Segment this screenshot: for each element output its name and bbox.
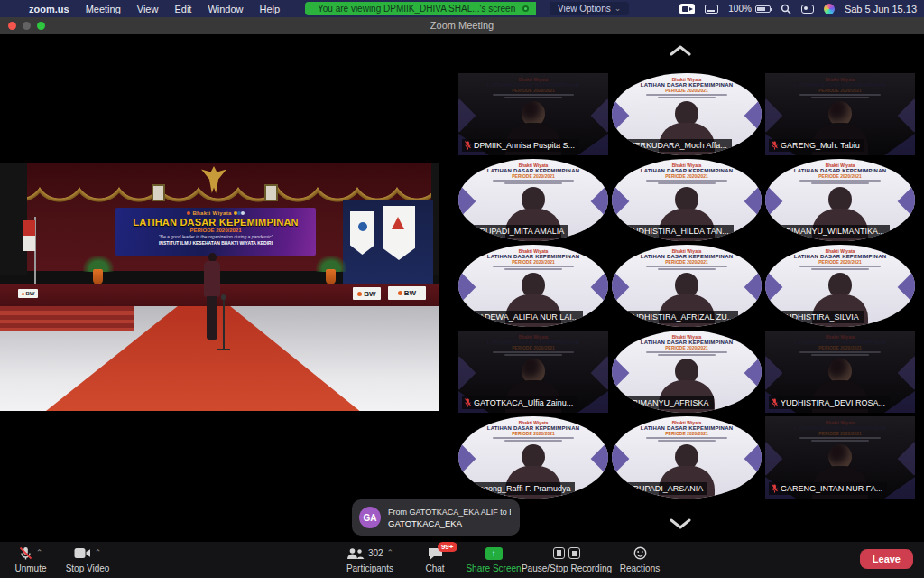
participant-name-bar: Bagong_Raffi F. Pramudya bbox=[462, 482, 575, 495]
meeting-content: Bhakti Wiyata LATIHAN DASAR KEPEMIMPINAN… bbox=[0, 34, 924, 542]
participant-name: Bagong_Raffi F. Pramudya bbox=[474, 483, 570, 494]
participants-button[interactable]: 302 ⌃ Participants bbox=[337, 545, 402, 573]
siri-icon[interactable] bbox=[824, 4, 835, 14]
participant-tile[interactable]: Bhakti Wiyata LATIHAN DASAR KEPEMIMPINAN… bbox=[612, 331, 762, 413]
unmute-options-caret[interactable]: ⌃ bbox=[36, 548, 43, 557]
participant-tile[interactable]: Bhakti Wiyata LATIHAN DASAR KEPEMIMPINAN… bbox=[458, 245, 608, 327]
banner-title: LATIHAN DASAR KEPEMIMPINAN bbox=[116, 217, 316, 228]
background-corner-right bbox=[884, 477, 915, 499]
background-subtitle: PERIODE 2020/2021 bbox=[612, 431, 762, 436]
background-text-line bbox=[811, 354, 869, 356]
background-text-line bbox=[493, 94, 574, 96]
background-corner-right bbox=[578, 477, 608, 499]
unmute-button[interactable]: ⌃ Unmute bbox=[7, 545, 54, 573]
muted-mic-icon bbox=[772, 398, 778, 407]
participant-name: YUDHISTIRA_DEVI ROSA... bbox=[781, 397, 885, 408]
shared-screen-content: Bhakti Wiyata LATIHAN DASAR KEPEMIMPINAN… bbox=[0, 163, 439, 411]
participant-tile[interactable]: Bhakti Wiyata LATIHAN DASAR KEPEMIMPINAN… bbox=[458, 73, 608, 155]
muted-mic-icon bbox=[618, 141, 624, 150]
background-subtitle: PERIODE 2020/2021 bbox=[612, 345, 762, 350]
gallery-scroll-down-button[interactable] bbox=[664, 515, 697, 533]
control-center-icon[interactable] bbox=[801, 5, 814, 14]
menu-view[interactable]: View bbox=[137, 4, 159, 14]
background-subtitle: PERIODE 2020/2021 bbox=[458, 345, 608, 350]
participant-name: ABIMANYU_WILMANTIKA... bbox=[781, 226, 885, 237]
leave-button[interactable]: Leave bbox=[860, 549, 913, 569]
background-banner-text: Bhakti Wiyata LATIHAN DASAR KEPEMIMPINAN… bbox=[765, 77, 915, 98]
view-options-dropdown[interactable]: View Options ⌄ bbox=[550, 2, 629, 15]
zoom-menubar-icon[interactable] bbox=[679, 4, 695, 14]
battery-percentage: 100% bbox=[728, 4, 752, 14]
participant-name: GATOTKACA_Ulfia Zainu... bbox=[474, 397, 573, 408]
recording-controls[interactable]: Pause/Stop Recording bbox=[520, 545, 614, 573]
stop-recording-icon[interactable] bbox=[568, 547, 580, 559]
pennant-logo-left bbox=[358, 222, 367, 231]
participant-name: YUDHISTIRA_SILVIA bbox=[781, 312, 859, 322]
background-text-line bbox=[493, 180, 574, 182]
menu-help[interactable]: Help bbox=[260, 4, 281, 14]
background-banner-text: Bhakti Wiyata LATIHAN DASAR KEPEMIMPINAN… bbox=[458, 248, 608, 270]
participant-tile[interactable]: Bhakti Wiyata LATIHAN DASAR KEPEMIMPINAN… bbox=[765, 245, 915, 327]
microphone-muted-icon bbox=[19, 546, 32, 561]
background-text-line bbox=[646, 180, 727, 182]
portrait-frame-right bbox=[264, 184, 278, 201]
smiley-icon bbox=[633, 546, 647, 560]
participant-tile[interactable]: Bhakti Wiyata LATIHAN DASAR KEPEMIMPINAN… bbox=[765, 73, 915, 155]
participant-name-bar: SADEWA_ALIFIA NUR LAI... bbox=[462, 311, 583, 323]
display-mirroring-icon[interactable] bbox=[705, 5, 718, 14]
participant-tile[interactable]: Bhakti Wiyata LATIHAN DASAR KEPEMIMPINAN… bbox=[765, 331, 915, 413]
muted-mic-icon bbox=[772, 227, 778, 236]
reactions-button[interactable]: Reactions bbox=[617, 545, 662, 573]
background-text-line bbox=[799, 351, 881, 353]
meeting-toolbar: ⌃ Unmute ⌃ Stop Video 302 ⌃ Participants bbox=[0, 542, 924, 578]
menubar-clock[interactable]: Sab 5 Jun 15.13 bbox=[845, 4, 917, 14]
participant-name-bar: ABIMANYU_AFRISKA bbox=[615, 396, 714, 409]
menu-meeting[interactable]: Meeting bbox=[86, 4, 121, 14]
window-titlebar: Zoom Meeting bbox=[0, 17, 924, 34]
background-subtitle: PERIODE 2020/2021 bbox=[765, 173, 915, 179]
participant-name-bar: YUDHISTIRA_HILDA TAN... bbox=[615, 225, 734, 238]
chat-button[interactable]: 99+ Chat bbox=[415, 545, 455, 573]
participant-tile[interactable]: Bhakti Wiyata LATIHAN DASAR KEPEMIMPINAN… bbox=[765, 416, 915, 499]
stop-video-button[interactable]: ⌃ Stop Video bbox=[58, 545, 117, 573]
gallery-scroll-up-button[interactable] bbox=[664, 42, 697, 60]
menu-window[interactable]: Window bbox=[208, 4, 243, 14]
background-banner-text: Bhakti Wiyata LATIHAN DASAR KEPEMIMPINAN… bbox=[612, 334, 762, 356]
muted-mic-icon bbox=[465, 484, 471, 493]
participant-tile[interactable]: Bhakti Wiyata LATIHAN DASAR KEPEMIMPINAN… bbox=[458, 416, 608, 499]
background-text-line bbox=[504, 354, 562, 356]
chat-preview-popup[interactable]: GA From GATOTKACA_EKA ALIF to Ev... GATO… bbox=[352, 499, 520, 536]
participants-label: Participants bbox=[346, 564, 393, 573]
participant-tile[interactable]: Bhakti Wiyata LATIHAN DASAR KEPEMIMPINAN… bbox=[612, 159, 762, 241]
background-text-line bbox=[811, 182, 869, 184]
background-subtitle: PERIODE 2020/2021 bbox=[765, 431, 915, 436]
participant-tile[interactable]: Bhakti Wiyata LATIHAN DASAR KEPEMIMPINAN… bbox=[612, 245, 762, 327]
video-options-caret[interactable]: ⌃ bbox=[95, 548, 102, 557]
menu-edit[interactable]: Edit bbox=[174, 4, 191, 14]
participant-name: GARENG_Muh. Tabiu bbox=[781, 140, 860, 151]
background-text-line bbox=[658, 182, 716, 184]
participant-name-bar: GATOTKACA_Ulfia Zainu... bbox=[462, 396, 578, 409]
spotlight-icon[interactable] bbox=[781, 4, 791, 14]
participant-tile[interactable]: Bhakti Wiyata LATIHAN DASAR KEPEMIMPINAN… bbox=[458, 159, 608, 241]
background-banner-text: Bhakti Wiyata LATIHAN DASAR KEPEMIMPINAN… bbox=[458, 77, 608, 98]
participants-icon bbox=[346, 547, 365, 560]
pause-recording-icon[interactable] bbox=[553, 547, 565, 559]
participant-tile[interactable]: Bhakti Wiyata LATIHAN DASAR KEPEMIMPINAN… bbox=[458, 331, 608, 413]
chat-preview-header: From GATOTKACA_EKA ALIF to Ev... bbox=[388, 508, 511, 517]
participant-name: ABIMANYU_AFRISKA bbox=[627, 397, 709, 408]
participant-tile[interactable]: Bhakti Wiyata LATIHAN DASAR KEPEMIMPINAN… bbox=[612, 416, 762, 499]
battery-status[interactable]: 100% bbox=[728, 4, 771, 14]
participant-name-bar: GARENG_INTAN NUR FA... bbox=[769, 482, 887, 495]
participants-options-caret[interactable]: ⌃ bbox=[387, 548, 394, 557]
banner-brand: Bhakti Wiyata bbox=[116, 210, 316, 216]
background-subtitle: PERIODE 2020/2021 bbox=[458, 173, 608, 179]
participant-name: SADEWA_ALIFIA NUR LAI... bbox=[474, 312, 578, 322]
participant-tile[interactable]: Bhakti Wiyata LATIHAN DASAR KEPEMIMPINAN… bbox=[765, 159, 915, 241]
menu-zoom-us[interactable]: zoom.us bbox=[29, 4, 69, 14]
participant-tile[interactable]: Bhakti Wiyata LATIHAN DASAR KEPEMIMPINAN… bbox=[612, 73, 762, 155]
chevron-down-icon: ⌄ bbox=[614, 4, 622, 13]
share-screen-button[interactable]: ↑ Share Screen bbox=[462, 545, 525, 573]
background-subtitle: PERIODE 2020/2021 bbox=[765, 259, 915, 265]
background-text-line bbox=[799, 180, 881, 182]
